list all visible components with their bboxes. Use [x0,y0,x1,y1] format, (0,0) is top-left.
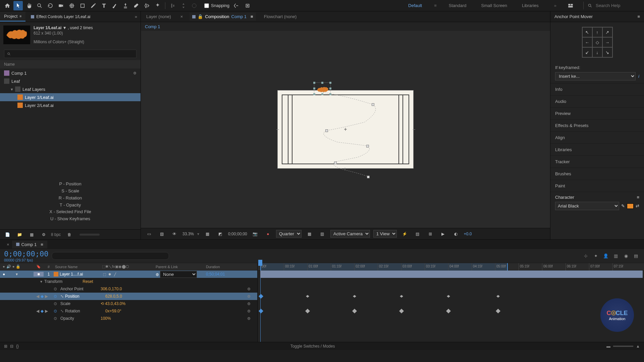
scale-link-icon[interactable]: ⟲ [101,301,104,306]
label-color[interactable]: ■ [34,272,44,277]
snap-icon-1[interactable] [231,1,241,10]
keyframe[interactable] [399,309,404,313]
new-comp-icon[interactable]: ▦ [27,230,36,239]
next-keyframe-icon[interactable]: ▶ [45,294,48,299]
interpret-footage-icon[interactable]: 📄 [3,230,12,239]
roto-tool[interactable] [142,1,152,10]
project-item-comp[interactable]: Comp 1 ⚙ [0,69,141,77]
prop-scale[interactable]: ⊙ Scale ⟲ 43.0,43.0% ⊚ [0,300,257,307]
tab-project[interactable]: Project≡ [0,12,25,21]
graph-editor-icon[interactable]: ▤ [632,252,640,260]
snapping-checkbox[interactable] [204,3,209,8]
timeline-timecode[interactable]: 0;00;00;00 [4,250,48,258]
exposure-reset-icon[interactable]: ◐ [451,229,461,239]
video-toggle-icon[interactable]: ● [3,272,5,277]
home-button[interactable] [3,1,12,10]
zoom-in-icon[interactable]: ▲ [636,344,640,349]
expression-pickwhip-icon[interactable]: ⊚ [247,287,251,291]
anchor-center[interactable]: ◇ [592,37,602,47]
expression-pickwhip-icon[interactable]: ⊚ [247,301,251,306]
keyframe-marker[interactable] [325,129,328,132]
parent-column[interactable]: Parent & Link [154,265,205,269]
timeline-icon[interactable]: ▤ [413,229,422,239]
text-color-swatch[interactable] [627,203,634,209]
toggle-transparency-icon[interactable]: ▧ [157,229,166,239]
anchor-bottom-right[interactable]: ↘ [602,47,612,57]
panel-effects-presets[interactable]: Effects & Presets [550,119,644,131]
search-help-input[interactable] [594,2,641,9]
rotation-tool[interactable] [46,1,55,10]
align-tool-2[interactable] [179,1,188,10]
resolution-icon[interactable]: ▦ [203,229,212,239]
render-icon[interactable]: ▶ [438,229,448,239]
zoom-slider[interactable] [613,346,633,347]
motion-blur-icon[interactable]: ◉ [622,252,630,260]
eraser-tool[interactable] [131,1,141,10]
exposure-value[interactable]: +0.0 [464,232,472,236]
project-item-layer1[interactable]: Layer 1/Leaf.ai [0,93,141,101]
close-tab[interactable]: × [179,14,184,19]
keyframe-marker[interactable] [334,162,337,164]
comp-breadcrumb[interactable]: Comp 1 [145,24,160,29]
hand-tool[interactable] [24,1,34,10]
stopwatch-icon[interactable]: ⊙ [54,294,60,299]
shape-tool[interactable] [78,1,87,10]
keyframe[interactable] [305,309,310,313]
tab-layer-viewer[interactable]: Layer (none) [144,13,174,20]
prop-anchor-point[interactable]: ⊙ Anchor Point 306.0,170.0 ⊚ [0,285,257,293]
toggle-frame-blend-icon[interactable]: {} [16,344,19,349]
fast-preview-icon[interactable]: ⚡ [400,229,410,239]
prop-opacity[interactable]: ⊙ Opacity 100% ⊚ [0,315,257,322]
channel-icon[interactable]: ● [263,229,273,239]
keyframe-marker[interactable] [366,145,369,147]
quality-switch[interactable]: ╱ [113,272,117,277]
workspace-default[interactable]: Default [406,2,425,9]
camera-dropdown[interactable]: Active Camera [330,230,370,238]
anchor-bottom-left[interactable]: ↙ [582,47,592,57]
twirl-transform[interactable]: ▾ [40,279,44,284]
roi-icon[interactable]: ◩ [215,229,225,239]
comp-flowchart-icon[interactable]: ⊞ [426,229,435,239]
stopwatch-icon[interactable]: ⊙ [54,301,60,306]
frame-blend-switch[interactable] [123,272,128,277]
source-name-column[interactable]: Source Name [54,265,101,269]
keyframe-roving[interactable] [400,295,403,298]
draft-3d-icon[interactable]: ✦ [592,252,600,260]
panel-paint[interactable]: Paint [550,180,644,192]
align-tool-3[interactable] [190,1,199,10]
scale-value[interactable]: 43.0,43.0% [105,301,125,306]
layer-selection[interactable] [314,82,331,95]
shy-icon[interactable]: 👤 [602,252,610,260]
layer-duration-bar[interactable] [260,270,643,278]
frame-blend-icon[interactable]: ▥ [612,252,620,260]
snapping-toggle[interactable]: Snapping [204,1,252,10]
font-family-dropdown[interactable]: Arial Black [555,202,619,210]
twirl-layer[interactable]: ▾ [16,272,18,277]
brush-tool[interactable] [110,1,119,10]
solo-header-icon[interactable]: ● [12,264,15,269]
timeline-search[interactable] [52,252,169,260]
new-folder-icon[interactable]: 📁 [15,230,24,239]
collapse-switch[interactable]: ✱ [107,272,112,277]
lock-header-icon[interactable]: 🔒 [16,264,20,269]
toggle-switches-icon[interactable]: ⊞ [4,344,7,349]
camera-tool[interactable] [56,1,66,10]
snapshot-icon[interactable]: 📷 [251,229,260,239]
project-item-layer2[interactable]: Layer 2/Leaf.ai [0,101,141,109]
workspace-libraries[interactable]: Libraries [519,2,541,9]
video-toggle-header-icon[interactable]: ● [3,264,5,269]
project-column-name[interactable]: Name [0,60,141,69]
fx-switch[interactable] [118,272,123,277]
keyframe-roving[interactable] [353,295,356,298]
text-tool[interactable] [99,1,109,10]
guides-icon[interactable]: ▥ [318,229,327,239]
tab-flowchart[interactable]: Flowchart (none) [261,13,300,20]
panel-tracker[interactable]: Tracker [550,156,644,168]
keyframe[interactable] [259,309,263,313]
opacity-value[interactable]: 100% [101,316,111,321]
stopwatch-icon[interactable]: ⊙ [54,309,60,313]
reset-transform[interactable]: Reset [83,279,93,284]
timeline-ruler[interactable]: 00f 00:15f 01:00f 01:15f 02:00f 02:15f 0… [258,263,644,270]
keyframe-roving[interactable] [496,295,500,298]
keyframe[interactable] [352,309,357,313]
